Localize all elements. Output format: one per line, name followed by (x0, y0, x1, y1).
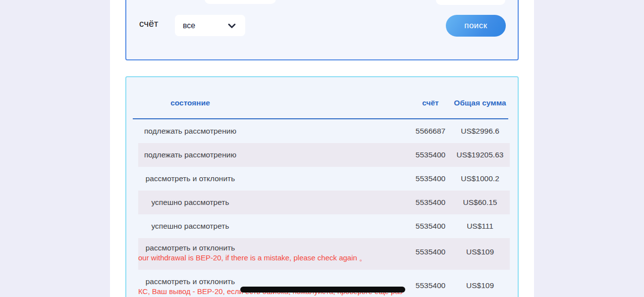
account-cell: 5535400 (411, 174, 450, 183)
note-text: our withdrawal is BEP-20, if there is a … (138, 253, 411, 262)
redaction-bar (240, 287, 405, 293)
header-total: Общая сумма (450, 99, 510, 107)
account-cell: 5566687 (411, 127, 450, 136)
status-text: рассмотреть и отклонить (138, 277, 242, 286)
total-cell: US$19205.63 (450, 150, 510, 159)
table-row: рассмотреть и отклонить 5535400 US$1000.… (138, 167, 510, 191)
total-cell: US$109 (450, 281, 510, 290)
status-cell: рассмотреть и отклонить our withdrawal i… (138, 243, 411, 262)
chevron-down-icon (226, 20, 237, 31)
total-cell: US$1000.2 (450, 174, 510, 183)
partial-input-field[interactable] (436, 0, 505, 5)
table-row: подлежать рассмотрению 5566687 US$2996.6 (138, 119, 510, 143)
account-filter-label: счёт (139, 18, 158, 29)
total-cell: US$111 (450, 222, 510, 231)
header-account: счёт (411, 99, 450, 107)
account-cell: 5535400 (411, 248, 450, 256)
table-row: рассмотреть и отклонить КС, Ваш вывод - … (138, 272, 510, 297)
account-cell: 5535400 (411, 281, 450, 290)
header-status: состояние (138, 99, 411, 107)
total-cell: US$109 (450, 248, 510, 256)
status-cell: подлежать рассмотрению (138, 127, 411, 136)
status-text: подлежать рассмотрению (138, 150, 242, 159)
table-row: успешно рассмотреть 5535400 US$60.15 (138, 191, 510, 214)
status-text: рассмотреть и отклонить (138, 243, 242, 252)
search-button[interactable]: поиск (446, 15, 506, 37)
status-text: успешно рассмотреть (138, 198, 242, 207)
table-row: рассмотреть и отклонить our withdrawal i… (138, 238, 510, 270)
partial-input-field[interactable] (205, 0, 276, 4)
status-cell: подлежать рассмотрению (138, 150, 411, 159)
status-cell: успешно рассмотреть (138, 222, 411, 231)
status-cell: успешно рассмотреть (138, 198, 411, 207)
account-cell: 5535400 (411, 222, 450, 231)
results-panel: состояние счёт Общая сумма подлежать рас… (125, 76, 519, 297)
account-cell: 5535400 (411, 150, 450, 159)
status-text: успешно рассмотреть (138, 222, 242, 231)
results-table: состояние счёт Общая сумма подлежать рас… (138, 77, 510, 297)
table-row: подлежать рассмотрению 5535400 US$19205.… (138, 143, 510, 167)
account-select-value: все (183, 21, 195, 30)
filter-panel: счёт все поиск (125, 0, 519, 60)
status-cell: рассмотреть и отклонить (138, 174, 411, 183)
table-header-row: состояние счёт Общая сумма (138, 77, 510, 118)
status-text: рассмотреть и отклонить (138, 174, 242, 183)
table-row: успешно рассмотреть 5535400 US$111 (138, 214, 510, 238)
account-filter-select[interactable]: все (175, 15, 245, 36)
total-cell: US$60.15 (450, 198, 510, 207)
account-cell: 5535400 (411, 198, 450, 207)
status-text: подлежать рассмотрению (138, 127, 242, 136)
table-body: подлежать рассмотрению 5566687 US$2996.6… (138, 119, 510, 297)
total-cell: US$2996.6 (450, 127, 510, 136)
